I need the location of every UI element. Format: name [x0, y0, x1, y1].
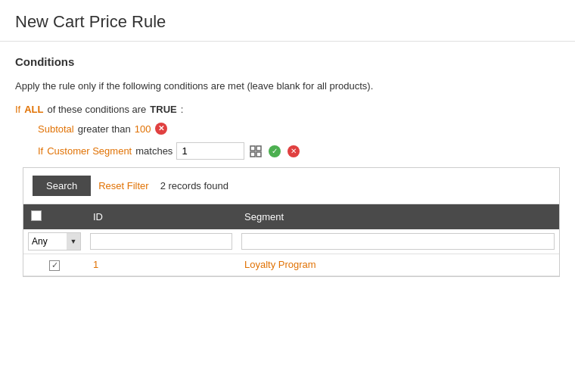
row-id-link[interactable]: 1 [93, 259, 98, 270]
search-button[interactable]: Search [33, 176, 91, 196]
page-title: New Cart Price Rule [15, 12, 560, 32]
subtotal-field[interactable]: Subtotal [38, 123, 74, 135]
check-green-icon: ✓ [269, 145, 281, 157]
records-count: 2 records found [160, 180, 228, 191]
filter-any-wrapper: Any Yes No ▼ [28, 232, 81, 250]
svg-rect-1 [256, 146, 261, 151]
filter-id-input[interactable] [90, 233, 232, 250]
segment-table: ID Segment Any Yes No ▼ [23, 204, 559, 276]
confirm-segment-button[interactable]: ✓ [267, 144, 282, 159]
filter-row: Any Yes No ▼ [23, 229, 559, 254]
row-checkbox[interactable] [49, 260, 60, 271]
description-text: Apply the rule only if the following con… [15, 80, 373, 92]
svg-rect-0 [250, 146, 255, 151]
segment-operator: matches [135, 145, 172, 157]
if-keyword: If [15, 104, 20, 115]
dropdown-arrow-icon[interactable]: ▼ [67, 233, 80, 250]
table-row: 1 Loyalty Program [23, 254, 559, 276]
subtotal-condition-line: Subtotal greater than 100 ✕ [38, 123, 560, 135]
all-keyword[interactable]: ALL [24, 104, 43, 115]
th-select-all[interactable] [23, 204, 85, 229]
filter-segment-cell [237, 229, 559, 254]
svg-rect-3 [256, 152, 261, 157]
conditions-description: Apply the rule only if the following con… [15, 80, 560, 92]
remove-segment-button[interactable]: ✕ [286, 144, 301, 159]
grid-icon [250, 145, 262, 157]
colon: : [181, 104, 184, 115]
condition-all-line: If ALL of these conditions are TRUE : [15, 104, 560, 115]
reset-filter-button[interactable]: Reset Filter [98, 180, 148, 191]
segment-condition-line: If Customer Segment matches ✓ ✕ [38, 142, 560, 160]
row-id-cell: 1 [85, 254, 237, 276]
row-checkbox-cell [23, 254, 85, 276]
table-header-row: ID Segment [23, 204, 559, 229]
filter-checkbox-cell: Any Yes No ▼ [23, 229, 85, 254]
page-header: New Cart Price Rule [0, 0, 575, 42]
search-panel: Search Reset Filter 2 records found ID S… [23, 167, 560, 277]
remove-subtotal-button[interactable]: ✕ [155, 123, 167, 135]
row-segment-cell: Loyalty Program [237, 254, 559, 276]
search-toolbar: Search Reset Filter 2 records found [23, 168, 559, 204]
subtotal-value[interactable]: 100 [135, 123, 151, 135]
th-segment: Segment [237, 204, 559, 229]
filter-id-cell [85, 229, 237, 254]
select-all-checkbox[interactable] [31, 210, 42, 221]
content-area: Conditions Apply the rule only if the fo… [0, 42, 575, 291]
true-keyword: TRUE [150, 104, 176, 115]
grid-icon-button[interactable] [248, 144, 263, 159]
subtotal-operator[interactable]: greater than [78, 123, 131, 135]
segment-value-input[interactable] [176, 142, 244, 160]
segment-field[interactable]: Customer Segment [47, 145, 132, 157]
segment-if-keyword: If [38, 145, 43, 157]
section-title: Conditions [15, 55, 560, 68]
row-segment-value: Loyalty Program [244, 259, 316, 270]
remove-red-icon: ✕ [288, 145, 300, 157]
filter-segment-input[interactable] [241, 233, 555, 250]
filter-any-select[interactable]: Any Yes No [29, 235, 67, 248]
condition-block: If ALL of these conditions are TRUE : Su… [15, 104, 560, 160]
of-label: of these conditions are [48, 104, 147, 115]
svg-rect-2 [250, 152, 255, 157]
th-id: ID [85, 204, 237, 229]
